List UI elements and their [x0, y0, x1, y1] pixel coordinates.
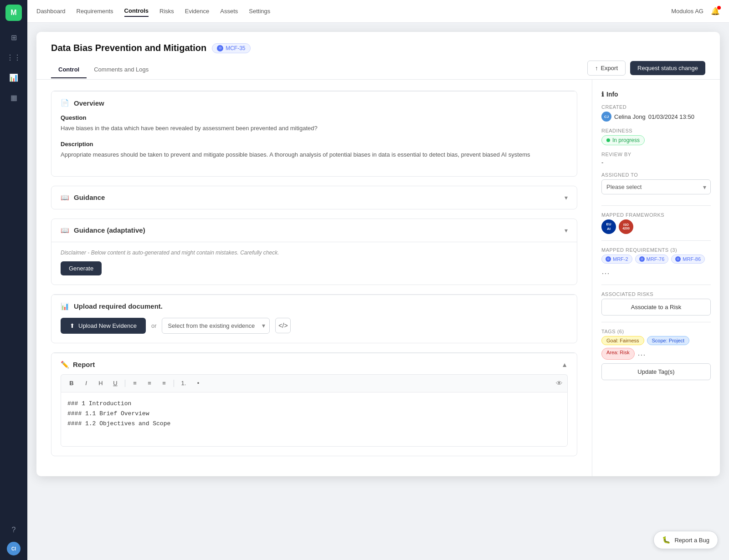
divider-1 — [601, 205, 711, 206]
see-more-tags-button[interactable]: ⋯ — [637, 350, 646, 360]
tab-control[interactable]: Control — [51, 61, 87, 78]
editor-line-3: #### 1.2 Objectives and Scope — [67, 419, 561, 429]
req-badge-mrf2-label: MRF-2 — [613, 256, 628, 262]
nav-item-evidence[interactable]: Evidence — [185, 6, 209, 16]
report-body: ✏️ Report ▲ B I H U ≡ ≡ — [51, 353, 577, 456]
toolbar-align-left[interactable]: ≡ — [129, 377, 141, 389]
toolbar-separator-1 — [125, 380, 125, 387]
tab-comments-logs[interactable]: Comments and Logs — [87, 61, 156, 78]
sidebar-icon-grid[interactable]: ▦ — [5, 89, 22, 106]
assigned-select[interactable]: Please select — [601, 179, 711, 194]
toolbar-heading[interactable]: H — [95, 377, 107, 389]
associate-to-risk-button[interactable]: Associate to a Risk — [601, 299, 711, 316]
report-chevron-icon: ▲ — [561, 361, 568, 368]
req-badge-mrf2-icon: ⊙ — [606, 256, 611, 262]
modal-title-row: Data Bias Prevention and Mitigation ⊙ MC… — [51, 43, 705, 53]
tag-goal-chip[interactable]: Goal: Fairness — [601, 336, 644, 345]
nav-item-settings[interactable]: Settings — [249, 6, 270, 16]
framework-iso-badge: ISO4200 — [619, 219, 633, 234]
req-badge-mrf2[interactable]: ⊙ MRF-2 — [601, 255, 632, 264]
mcf-badge-icon: ⊙ — [217, 45, 223, 51]
nav-item-requirements[interactable]: Requirements — [77, 6, 113, 16]
nav-item-risks[interactable]: Risks — [159, 6, 174, 16]
evidence-select-wrapper: Select from the existing evidence — [162, 318, 270, 334]
request-status-button[interactable]: Request status change — [630, 61, 705, 75]
evidence-select[interactable]: Select from the existing evidence — [162, 318, 270, 334]
mapped-req-row: Mapped Requirements (3) ⊙ MRF-2 ⊙ MRF-76… — [601, 247, 711, 278]
guidance-header-left: 📖 Guidance — [61, 193, 105, 202]
nav-user-name: Modulos AG — [671, 8, 703, 15]
export-button[interactable]: ↑ Export — [587, 61, 626, 76]
info-title-row: ℹ Info — [601, 91, 711, 98]
sidebar-icon-analytics[interactable]: ⋮⋮ — [5, 49, 22, 66]
readiness-badge: In progress — [601, 135, 645, 145]
overview-icon: 📄 — [61, 99, 69, 107]
toolbar-list-ordered[interactable]: 1. — [178, 377, 190, 389]
toolbar-list-bullet[interactable]: • — [192, 377, 204, 389]
toolbar-bold[interactable]: B — [66, 377, 77, 389]
upload-title: Upload required document. — [74, 302, 163, 310]
sidebar-icon-help[interactable]: ? — [5, 522, 22, 538]
toolbar-underline[interactable]: U — [109, 377, 121, 389]
divider-2 — [601, 240, 711, 241]
req-badge-mrf76[interactable]: ⊙ MRF-76 — [635, 255, 669, 264]
disclaimer-text: Disclaimer - Below content is auto-gener… — [61, 249, 568, 256]
guidance-header[interactable]: 📖 Guidance ▾ — [51, 186, 577, 209]
tag-area-chip[interactable]: Area: Risk — [601, 348, 635, 360]
notification-bell[interactable]: 🔔 — [711, 7, 720, 15]
review-label: Review by — [601, 152, 711, 157]
info-icon: ℹ — [601, 91, 604, 98]
editor-toolbar: B I H U ≡ ≡ ≡ 1. • 👁 — [61, 374, 568, 392]
sidebar-icon-dashboard[interactable]: ⊞ — [5, 29, 22, 46]
nav-item-assets[interactable]: Assets — [220, 6, 238, 16]
readiness-row: Readiness In progress — [601, 128, 711, 145]
question-text: Have biases in the data which have been … — [61, 124, 568, 133]
generate-button[interactable]: Generate — [61, 261, 102, 275]
associated-risks-row: Associated Risks Associate to a Risk — [601, 291, 711, 316]
modal-tabs: Control Comments and Logs — [51, 61, 156, 78]
guidance-adaptive-header-left: 📖 Guidance (adaptative) — [61, 226, 145, 234]
tag-scope-chip[interactable]: Scope: Project — [647, 336, 690, 345]
modal-header: Data Bias Prevention and Mitigation ⊙ MC… — [36, 32, 720, 80]
mapped-fw-row: Mapped Frameworks EUAI ISO4200 — [601, 212, 711, 234]
toolbar-align-right[interactable]: ≡ — [158, 377, 170, 389]
guidance-adaptive-section: 📖 Guidance (adaptative) ▾ Disclaimer - B… — [51, 219, 577, 285]
sidebar-user-avatar[interactable]: CI — [7, 542, 21, 555]
mcf-badge-label: MCF-35 — [226, 45, 245, 51]
guidance-icon: 📖 — [61, 193, 69, 202]
modal-card: Data Bias Prevention and Mitigation ⊙ MC… — [36, 32, 720, 476]
info-section: ℹ Info Created CJ Celina Jong 01/03/2024… — [601, 91, 711, 194]
toolbar-italic[interactable]: I — [80, 377, 92, 389]
divider-3 — [601, 285, 711, 285]
req-badge-mrf86[interactable]: ⊙ MRF-86 — [671, 255, 705, 264]
app-logo: M — [5, 5, 22, 21]
requirements-badges: ⊙ MRF-2 ⊙ MRF-76 ⊙ MRF-86 ⋯ — [601, 255, 711, 278]
nav-item-controls[interactable]: Controls — [124, 5, 149, 17]
toolbar-align-center[interactable]: ≡ — [144, 377, 155, 389]
mapped-fw-label: Mapped Frameworks — [601, 212, 711, 218]
upload-body: 📊 Upload required document. ⬆ Upload New… — [51, 295, 577, 343]
tags-chips-row: Goal: Fairness Scope: Project Area: Risk… — [601, 336, 711, 360]
upload-row: ⬆ Upload New Evidence or Select from the… — [61, 318, 568, 334]
guidance-adaptive-header[interactable]: 📖 Guidance (adaptative) ▾ — [51, 219, 577, 242]
update-tags-button[interactable]: Update Tag(s) — [601, 363, 711, 380]
see-more-requirements-button[interactable]: ⋯ — [601, 268, 610, 278]
editor-content-area[interactable]: ### 1 Introduction #### 1.1 Brief Overvi… — [61, 392, 568, 447]
frameworks-row: EUAI ISO4200 — [601, 219, 711, 234]
upload-new-evidence-button[interactable]: ⬆ Upload New Evidence — [61, 318, 146, 334]
report-header: ✏️ Report ▲ — [61, 361, 568, 369]
review-value: - — [601, 159, 711, 166]
report-bug-button[interactable]: 🐛 Report a Bug — [653, 531, 718, 549]
req-badge-mrf86-icon: ⊙ — [675, 256, 681, 262]
export-icon: ↑ — [595, 65, 598, 71]
toolbar-preview-icon[interactable]: 👁 — [556, 379, 563, 387]
review-row: Review by - — [601, 152, 711, 166]
created-user-row: CJ Celina Jong 01/03/2024 13:50 — [601, 112, 711, 122]
code-view-button[interactable]: </> — [275, 318, 291, 333]
description-label: Description — [61, 141, 568, 148]
nav-item-dashboard[interactable]: Dashboard — [36, 6, 66, 16]
sidebar-icon-chart[interactable]: 📊 — [5, 69, 22, 86]
modal-title: Data Bias Prevention and Mitigation — [51, 43, 206, 53]
main-area: Data Bias Prevention and Mitigation ⊙ MC… — [27, 23, 729, 560]
req-badge-mrf76-icon: ⊙ — [639, 256, 645, 262]
